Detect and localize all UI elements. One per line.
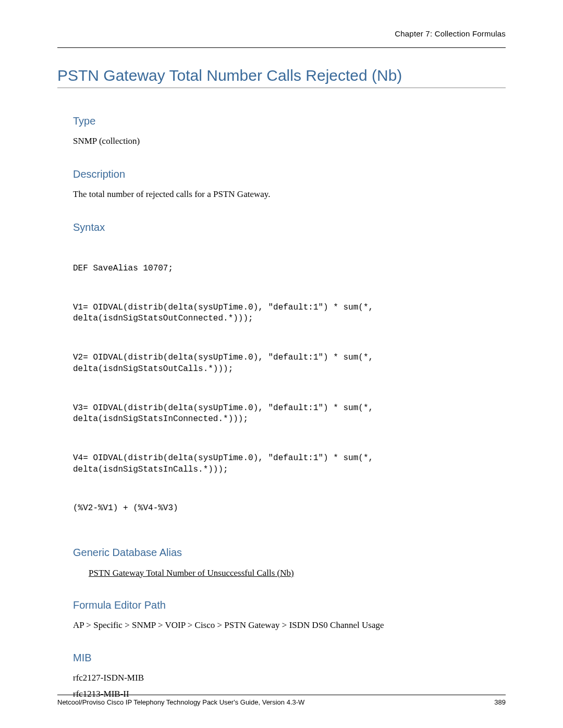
section-syntax-heading: Syntax xyxy=(73,221,506,233)
page-number: 389 xyxy=(494,698,506,706)
section-description-body: The total number of rejected calls for a… xyxy=(73,189,506,201)
syntax-code: DEF SaveAlias 10707; V1= OIDVAL(distrib(… xyxy=(73,241,506,526)
code-line: V4= OIDVAL(distrib(delta(sysUpTime.0), "… xyxy=(73,453,506,475)
code-line: V1= OIDVAL(distrib(delta(sysUpTime.0), "… xyxy=(73,302,506,325)
mib-line: rfc2127-ISDN-MIB xyxy=(73,672,506,684)
code-line: V3= OIDVAL(distrib(delta(sysUpTime.0), "… xyxy=(73,403,506,425)
page-title: PSTN Gateway Total Number Calls Rejected… xyxy=(57,67,506,88)
section-type-body: SNMP (collection) xyxy=(73,135,506,147)
section-path-heading: Formula Editor Path xyxy=(73,599,506,611)
section-path-body: AP > Specific > SNMP > VOIP > Cisco > PS… xyxy=(73,620,506,632)
section-type-heading: Type xyxy=(73,115,506,127)
section-mib-heading: MIB xyxy=(73,652,506,664)
page-footer: Netcool/Proviso Cisco IP Telephony Techn… xyxy=(57,695,506,706)
alias-link[interactable]: PSTN Gateway Total Number of Unsuccessfu… xyxy=(89,568,506,578)
chapter-header: Chapter 7: Collection Formulas xyxy=(57,29,506,38)
code-line: V2= OIDVAL(distrib(delta(sysUpTime.0), "… xyxy=(73,352,506,375)
code-line: DEF SaveAlias 10707; xyxy=(73,263,506,275)
header-rule xyxy=(57,47,506,48)
footer-title: Netcool/Proviso Cisco IP Telephony Techn… xyxy=(57,698,304,706)
code-line: (%V2-%V1) + (%V4-%V3) xyxy=(73,503,506,514)
section-description-heading: Description xyxy=(73,168,506,180)
section-alias-heading: Generic Database Alias xyxy=(73,547,506,559)
